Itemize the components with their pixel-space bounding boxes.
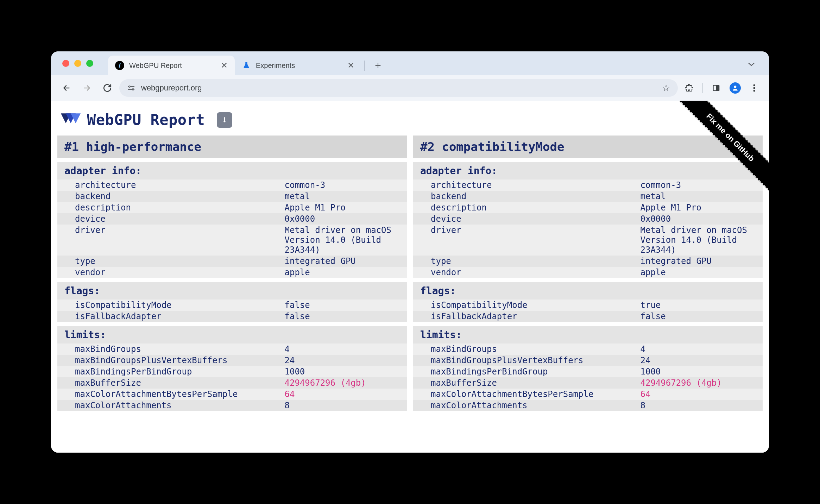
row-key: backend xyxy=(57,191,281,202)
row-key: description xyxy=(413,202,637,213)
row-value: common-3 xyxy=(281,179,407,191)
row-value: 64 xyxy=(281,389,407,400)
adapter-column: #1 high-performanceadapter info:architec… xyxy=(57,136,407,411)
menu-button[interactable] xyxy=(746,80,762,96)
table-row: device0x0000 xyxy=(57,213,407,225)
row-key: driver xyxy=(413,225,637,256)
row-key: isCompatibilityMode xyxy=(413,300,637,311)
address-bar: webgpureport.org ☆ xyxy=(51,75,769,101)
section-header: limits: xyxy=(413,326,763,344)
row-key: description xyxy=(57,202,281,213)
close-tab-button[interactable]: ✕ xyxy=(221,61,228,70)
row-value: apple xyxy=(281,267,407,278)
section-rows: maxBindGroups4maxBindGroupsPlusVertexBuf… xyxy=(57,344,407,411)
row-key: maxBindGroupsPlusVertexBuffers xyxy=(413,355,637,366)
table-row: maxBindGroups4 xyxy=(413,344,763,355)
browser-window: i WebGPU Report ✕ Experiments ✕ + xyxy=(51,51,769,453)
svg-point-3 xyxy=(132,89,134,90)
table-row: isCompatibilityModetrue xyxy=(413,300,763,311)
table-row: maxBindingsPerBindGroup1000 xyxy=(57,366,407,377)
close-tab-button[interactable]: ✕ xyxy=(347,61,354,70)
back-button[interactable] xyxy=(58,80,75,96)
profile-avatar-icon xyxy=(730,82,741,94)
row-value: 0x0000 xyxy=(281,213,407,225)
row-key: type xyxy=(57,256,281,267)
table-row: isFallbackAdapterfalse xyxy=(413,311,763,322)
svg-point-0 xyxy=(129,86,130,87)
side-panel-button[interactable] xyxy=(708,80,724,96)
section-rows: architecturecommon-3backendmetaldescript… xyxy=(57,179,407,278)
row-value: false xyxy=(637,311,763,322)
row-key: isFallbackAdapter xyxy=(57,311,281,322)
row-value: 8 xyxy=(637,400,763,411)
svg-point-9 xyxy=(734,86,737,88)
row-value: 24 xyxy=(281,355,407,366)
table-row: backendmetal xyxy=(413,191,763,202)
new-tab-button[interactable]: + xyxy=(370,58,386,73)
table-row: maxColorAttachmentBytesPerSample64 xyxy=(413,389,763,400)
forward-button[interactable] xyxy=(78,80,95,96)
row-key: maxColorAttachments xyxy=(57,400,281,411)
table-row: maxColorAttachmentBytesPerSample64 xyxy=(57,389,407,400)
toolbar-separator xyxy=(702,83,703,93)
table-row: backendmetal xyxy=(57,191,407,202)
table-row: typeintegrated GPU xyxy=(57,256,407,267)
row-key: maxBufferSize xyxy=(413,377,637,389)
row-key: type xyxy=(413,256,637,267)
row-value: Metal driver on macOS Version 14.0 (Buil… xyxy=(281,225,407,256)
row-value: 4294967296 (4gb) xyxy=(281,377,407,389)
row-value: false xyxy=(281,300,407,311)
window-controls xyxy=(62,60,93,67)
section-rows: architecturecommon-3backendmetaldescript… xyxy=(413,179,763,278)
table-row: isFallbackAdapterfalse xyxy=(57,311,407,322)
row-value: apple xyxy=(637,267,763,278)
adapter-header: #2 compatibilityMode xyxy=(413,136,763,158)
row-value: 1000 xyxy=(637,366,763,377)
row-value: metal xyxy=(637,191,763,202)
table-row: maxBindGroups4 xyxy=(57,344,407,355)
row-key: backend xyxy=(413,191,637,202)
row-key: maxBindingsPerBindGroup xyxy=(413,366,637,377)
adapter-header: #1 high-performance xyxy=(57,136,407,158)
minimize-window-button[interactable] xyxy=(74,60,81,67)
tab-overflow-button[interactable] xyxy=(744,56,759,72)
table-row: maxBufferSize4294967296 (4gb) xyxy=(413,377,763,389)
row-key: maxBindingsPerBindGroup xyxy=(57,366,281,377)
row-key: isCompatibilityMode xyxy=(57,300,281,311)
close-window-button[interactable] xyxy=(62,60,69,67)
row-value: Apple M1 Pro xyxy=(637,202,763,213)
adapter-column: #2 compatibilityModeadapter info:archite… xyxy=(413,136,763,411)
download-button[interactable]: ⬇ xyxy=(217,112,232,128)
row-value: true xyxy=(637,300,763,311)
row-key: maxColorAttachments xyxy=(413,400,637,411)
row-key: vendor xyxy=(57,267,281,278)
row-key: maxBindGroups xyxy=(57,344,281,355)
table-row: descriptionApple M1 Pro xyxy=(57,202,407,213)
row-key: vendor xyxy=(413,267,637,278)
table-row: typeintegrated GPU xyxy=(413,256,763,267)
tab-webgpu-report[interactable]: i WebGPU Report ✕ xyxy=(108,56,235,75)
section-header: flags: xyxy=(57,282,407,300)
svg-point-11 xyxy=(753,87,755,89)
site-settings-icon[interactable] xyxy=(127,84,135,92)
profile-button[interactable] xyxy=(727,80,743,96)
tab-separator xyxy=(364,61,365,71)
table-row: vendorapple xyxy=(413,267,763,278)
table-row: maxBindGroupsPlusVertexBuffers24 xyxy=(413,355,763,366)
section-rows: isCompatibilityModetrueisFallbackAdapter… xyxy=(413,300,763,322)
extensions-button[interactable] xyxy=(681,80,697,96)
maximize-window-button[interactable] xyxy=(86,60,93,67)
row-value: 1000 xyxy=(281,366,407,377)
tab-bar: i WebGPU Report ✕ Experiments ✕ + xyxy=(51,51,769,75)
svg-rect-8 xyxy=(717,86,719,91)
table-row: maxColorAttachments8 xyxy=(57,400,407,411)
table-row: architecturecommon-3 xyxy=(413,179,763,191)
tab-experiments[interactable]: Experiments ✕ xyxy=(235,56,361,75)
bookmark-star-icon[interactable]: ☆ xyxy=(662,83,670,94)
reload-button[interactable] xyxy=(99,80,116,96)
table-row: maxColorAttachments8 xyxy=(413,400,763,411)
page-header: WebGPU Report ⬇ xyxy=(51,101,769,136)
url-input[interactable]: webgpureport.org ☆ xyxy=(119,79,678,97)
table-row: descriptionApple M1 Pro xyxy=(413,202,763,213)
table-row: driverMetal driver on macOS Version 14.0… xyxy=(57,225,407,256)
